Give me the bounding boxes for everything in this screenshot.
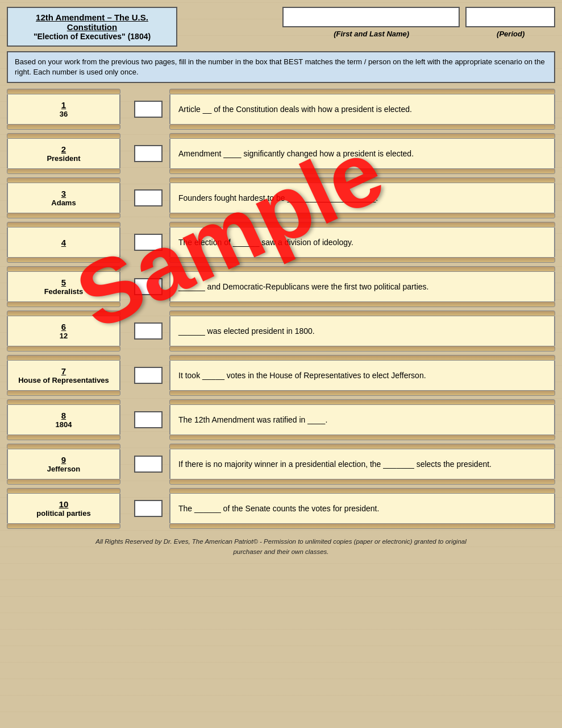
answer-box-3[interactable]	[134, 189, 163, 206]
matching-row-3: 3AdamsFounders fought hardest to be ____…	[7, 177, 555, 218]
answer-box-8[interactable]	[134, 411, 163, 428]
scenario-text-1: Article __ of the Constitution deals wit…	[178, 104, 412, 115]
term-card-9: 9Jefferson	[7, 444, 120, 485]
answer-box-6[interactable]	[134, 322, 163, 340]
scenario-text-4: The election of ______ saw a division of…	[178, 237, 353, 249]
scroll-top-10	[7, 488, 120, 494]
matching-row-5: 5Federalists______ and Democratic-Republ…	[7, 266, 555, 307]
matching-row-7: 7House of RepresentativesIt took _____ v…	[7, 355, 555, 396]
footer-line2: purchaser and their own classes.	[7, 547, 555, 557]
term-label-5: Federalists	[44, 287, 84, 296]
matching-row-4: 4The election of ______ saw a division o…	[7, 222, 555, 263]
scenario-text-3: Founders fought hardest to be __________…	[178, 192, 378, 204]
term-label-9: Jefferson	[47, 465, 81, 473]
name-label: (First and Last Name)	[282, 30, 460, 38]
title-box: 12th Amendment – The U.S. Constitution "…	[7, 7, 177, 47]
term-number-7: 7	[61, 366, 66, 376]
scroll-top-4	[7, 222, 120, 228]
footer: All Rights Reserved by Dr. Eves, The Ame…	[7, 537, 555, 557]
scroll-bottom-10	[7, 523, 120, 529]
scroll-bottom-5	[7, 301, 120, 307]
scroll-top-8	[7, 399, 120, 405]
answer-box-9[interactable]	[134, 456, 163, 473]
term-number-6: 6	[61, 322, 66, 332]
scenario-card-10: The ______ of the Senate counts the vote…	[169, 488, 555, 529]
scroll-top-7	[7, 355, 120, 361]
instructions-text: Based on your work from the previous two…	[15, 57, 545, 76]
scroll-top-3	[7, 177, 120, 183]
scroll-top-9	[7, 444, 120, 449]
scroll-bottom-9	[7, 479, 120, 485]
name-period-area: (First and Last Name) (Period)	[282, 7, 555, 38]
scroll-bottom-7	[7, 390, 120, 396]
matching-row-8: 81804The 12th Amendment was ratified in …	[7, 399, 555, 440]
scenario-text-7: It took _____ votes in the House of Repr…	[178, 370, 426, 382]
matching-section: 136Article __ of the Constitution deals …	[7, 89, 555, 529]
scroll-top-6	[7, 311, 120, 316]
term-number-5: 5	[61, 278, 66, 287]
footer-line1: All Rights Reserved by Dr. Eves, The Ame…	[7, 537, 555, 547]
scroll-bottom-4	[7, 257, 120, 263]
scroll-bottom-8	[7, 435, 120, 440]
scroll-top-1	[7, 89, 120, 94]
scenario-card-2: Amendment ____ significantly changed how…	[169, 133, 555, 174]
answer-box-1[interactable]	[134, 101, 163, 118]
term-card-7: 7House of Representatives	[7, 355, 120, 396]
term-card-2: 2President	[7, 133, 120, 174]
scenario-card-8: The 12th Amendment was ratified in ____.	[169, 399, 555, 440]
scenario-text-5: ______ and Democratic-Republicans were t…	[178, 281, 428, 293]
scenario-card-3: Founders fought hardest to be __________…	[169, 177, 555, 218]
scenario-text-2: Amendment ____ significantly changed how…	[178, 148, 414, 160]
term-number-4: 4	[61, 238, 66, 247]
header: 12th Amendment – The U.S. Constitution "…	[7, 7, 555, 47]
scenario-text-8: The 12th Amendment was ratified in ____.	[178, 414, 327, 426]
answer-box-2[interactable]	[134, 145, 163, 162]
term-card-8: 81804	[7, 399, 120, 440]
term-label-2: President	[47, 154, 80, 163]
scenario-card-7: It took _____ votes in the House of Repr…	[169, 355, 555, 396]
term-card-10: 10political parties	[7, 488, 120, 529]
scenario-card-1: Article __ of the Constitution deals wit…	[169, 89, 555, 130]
term-number-9: 9	[61, 455, 66, 465]
period-input[interactable]	[465, 7, 555, 27]
term-number-3: 3	[61, 189, 66, 198]
term-label-8: 1804	[56, 420, 72, 429]
title-line2: "Election of Executives" (1804)	[16, 32, 168, 41]
scroll-top-5	[7, 266, 120, 272]
matching-row-9: 9JeffersonIf there is no majority winner…	[7, 444, 555, 485]
scenario-card-5: ______ and Democratic-Republicans were t…	[169, 266, 555, 307]
term-number-8: 8	[61, 411, 66, 420]
answer-box-4[interactable]	[134, 234, 163, 251]
matching-row-1: 136Article __ of the Constitution deals …	[7, 89, 555, 130]
answer-box-7[interactable]	[134, 367, 163, 384]
term-number-2: 2	[61, 144, 66, 154]
answer-box-10[interactable]	[134, 500, 163, 517]
scenario-card-4: The election of ______ saw a division of…	[169, 222, 555, 263]
term-card-6: 612	[7, 311, 120, 351]
term-number-1: 1	[61, 100, 66, 110]
scenario-text-6: ______ was elected president in 1800.	[178, 325, 315, 337]
term-label-7: House of Representatives	[18, 376, 109, 384]
matching-row-6: 612______ was elected president in 1800.	[7, 311, 555, 351]
title-line1: 12th Amendment – The U.S. Constitution	[16, 13, 168, 32]
term-label-10: political parties	[36, 509, 90, 518]
matching-row-10: 10political partiesThe ______ of the Sen…	[7, 488, 555, 529]
term-label-3: Adams	[51, 198, 76, 207]
term-card-1: 136	[7, 89, 120, 130]
instructions: Based on your work from the previous two…	[7, 51, 555, 83]
term-label-6: 12	[60, 332, 68, 340]
period-label: (Period)	[466, 30, 555, 38]
scroll-bottom-1	[7, 124, 120, 130]
scroll-bottom-6	[7, 346, 120, 351]
scenario-text-9: If there is no majority winner in a pres…	[178, 458, 492, 470]
matching-row-2: 2PresidentAmendment ____ significantly c…	[7, 133, 555, 174]
name-input[interactable]	[282, 7, 460, 27]
term-number-10: 10	[59, 499, 69, 509]
scroll-top-2	[7, 133, 120, 139]
term-card-5: 5Federalists	[7, 266, 120, 307]
scroll-bottom-3	[7, 213, 120, 218]
answer-box-5[interactable]	[134, 278, 163, 295]
term-label-1: 36	[60, 110, 68, 118]
term-card-3: 3Adams	[7, 177, 120, 218]
term-card-4: 4	[7, 222, 120, 263]
